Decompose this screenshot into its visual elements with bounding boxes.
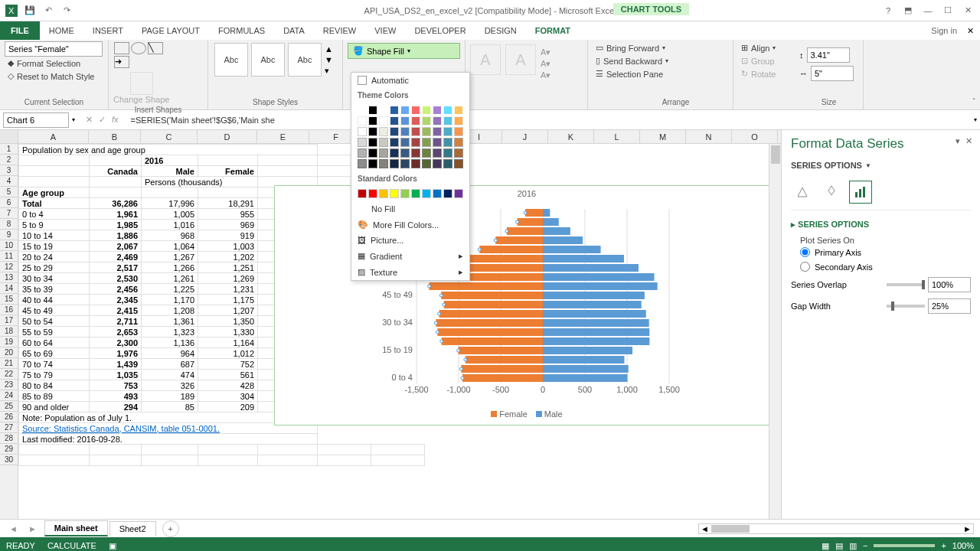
theme-color-swatch[interactable]	[433, 148, 442, 158]
row-header-1[interactable]: 1	[0, 144, 18, 155]
row-header-9[interactable]: 9	[0, 230, 18, 240]
sheet-tab-sheet2[interactable]: Sheet2	[109, 521, 156, 536]
theme-color-swatch[interactable]	[422, 138, 431, 147]
ribbon-tab-design[interactable]: DESIGN	[475, 23, 526, 38]
row-header-10[interactable]: 10	[0, 240, 18, 251]
wordart-style-2[interactable]: A	[505, 44, 536, 75]
theme-color-swatch[interactable]	[368, 116, 377, 126]
standard-color-swatch[interactable]	[422, 189, 431, 198]
ribbon-tab-format[interactable]: FORMAT	[526, 23, 580, 38]
theme-color-swatch[interactable]	[358, 116, 367, 126]
ribbon-tab-page-layout[interactable]: PAGE LAYOUT	[132, 23, 209, 38]
name-box[interactable]	[3, 112, 69, 128]
row-header-26[interactable]: 26	[0, 412, 18, 422]
theme-color-swatch[interactable]	[368, 106, 377, 115]
style-up-icon[interactable]: ▲	[325, 44, 333, 54]
theme-color-swatch[interactable]	[379, 148, 388, 158]
shape-style-2[interactable]: Abc	[251, 43, 285, 77]
theme-color-swatch[interactable]	[411, 138, 420, 147]
theme-color-swatch[interactable]	[379, 106, 388, 115]
standard-color-swatch[interactable]	[400, 189, 410, 198]
ribbon-tab-view[interactable]: VIEW	[365, 23, 405, 38]
theme-color-swatch[interactable]	[379, 159, 388, 168]
row-header-11[interactable]: 11	[0, 251, 18, 262]
theme-color-swatch[interactable]	[454, 127, 463, 136]
theme-color-swatch[interactable]	[433, 127, 442, 136]
selection-pane-button[interactable]: ☰Selection Pane	[593, 67, 728, 80]
theme-color-swatch[interactable]	[400, 106, 410, 115]
arrow-shape-icon[interactable]: ➜	[114, 56, 129, 68]
col-header-E[interactable]: E	[257, 130, 309, 143]
col-header-N[interactable]: N	[686, 130, 732, 143]
overlap-input[interactable]	[928, 277, 971, 292]
row-header-5[interactable]: 5	[0, 187, 18, 197]
height-input[interactable]	[807, 47, 850, 63]
row-header-2[interactable]: 2	[0, 155, 18, 165]
collapse-ribbon-icon[interactable]: ˆ	[972, 97, 975, 106]
theme-color-swatch[interactable]	[411, 159, 420, 168]
fill-line-icon[interactable]	[791, 181, 814, 204]
bring-forward-button[interactable]: ▭Bring Forward▾	[593, 41, 728, 54]
theme-color-swatch[interactable]	[400, 148, 410, 158]
expand-formula-icon[interactable]: ▾	[974, 116, 977, 123]
series-options-header[interactable]: ▸ SERIES OPTIONS	[791, 217, 971, 233]
chart-element-combo[interactable]	[5, 41, 103, 57]
next-sheet-icon[interactable]: ►	[22, 524, 43, 533]
theme-color-swatch[interactable]	[443, 127, 452, 136]
embedded-chart[interactable]: 2016 -1,500-1,000-50005001,0001,50090 an…	[274, 185, 779, 425]
ribbon-tab-data[interactable]: DATA	[274, 23, 314, 38]
row-header-16[interactable]: 16	[0, 305, 18, 315]
theme-color-swatch[interactable]	[422, 106, 431, 115]
normal-view-icon[interactable]: ▦	[822, 541, 829, 551]
vertical-scrollbar[interactable]	[769, 144, 781, 519]
theme-color-swatch[interactable]	[390, 159, 399, 168]
theme-color-swatch[interactable]	[433, 116, 442, 126]
row-header-18[interactable]: 18	[0, 326, 18, 337]
send-backward-button[interactable]: ▯Send Backward▾	[593, 54, 728, 67]
theme-color-swatch[interactable]	[358, 148, 367, 158]
theme-color-swatch[interactable]	[422, 127, 431, 136]
theme-color-swatch[interactable]	[454, 148, 463, 158]
cancel-formula-icon[interactable]: ✕	[86, 115, 93, 125]
theme-color-swatch[interactable]	[454, 159, 463, 168]
row-header-4[interactable]: 4	[0, 176, 18, 187]
horizontal-scrollbar[interactable]: ◄►	[698, 523, 974, 534]
theme-color-swatch[interactable]	[400, 159, 410, 168]
col-header-O[interactable]: O	[732, 130, 778, 143]
row-header-29[interactable]: 29	[0, 444, 18, 455]
col-header-K[interactable]: K	[548, 130, 594, 143]
ribbon-tab-insert[interactable]: INSERT	[83, 23, 132, 38]
file-tab[interactable]: FILE	[0, 21, 40, 40]
col-header-C[interactable]: C	[141, 130, 198, 143]
text-outline-icon[interactable]: A▾	[541, 59, 550, 69]
theme-color-swatch[interactable]	[358, 106, 367, 115]
row-header-7[interactable]: 7	[0, 208, 18, 219]
more-fill-colors-item[interactable]: 🎨More Fill Colors...	[351, 217, 469, 233]
theme-color-swatch[interactable]	[358, 159, 367, 168]
overlap-slider[interactable]	[887, 283, 925, 286]
theme-color-swatch[interactable]	[454, 106, 463, 115]
close-icon[interactable]: ✕	[959, 3, 977, 18]
theme-color-swatch[interactable]	[454, 138, 463, 147]
standard-color-swatch[interactable]	[411, 189, 420, 198]
theme-color-swatch[interactable]	[411, 127, 420, 136]
row-header-3[interactable]: 3	[0, 165, 18, 176]
align-button[interactable]: ⊞Align▾	[738, 41, 790, 54]
theme-color-swatch[interactable]	[443, 138, 452, 147]
minimize-icon[interactable]: —	[919, 3, 937, 18]
theme-color-swatch[interactable]	[368, 148, 377, 158]
zoom-in-icon[interactable]: +	[941, 541, 946, 550]
task-pane-close-icon[interactable]: ▾	[956, 136, 960, 146]
standard-color-swatch[interactable]	[454, 189, 463, 198]
row-header-14[interactable]: 14	[0, 283, 18, 294]
macro-record-icon[interactable]: ▣	[109, 541, 116, 551]
width-input[interactable]	[811, 66, 854, 81]
enter-formula-icon[interactable]: ✓	[99, 115, 106, 125]
theme-color-swatch[interactable]	[368, 159, 377, 168]
col-header-B[interactable]: B	[89, 130, 141, 143]
effects-icon[interactable]	[820, 181, 843, 204]
window-close-icon[interactable]: ✕	[967, 26, 974, 36]
format-selection-button[interactable]: ◆Format Selection	[5, 57, 103, 70]
rect-shape-icon[interactable]	[114, 42, 129, 54]
row-header-15[interactable]: 15	[0, 294, 18, 305]
